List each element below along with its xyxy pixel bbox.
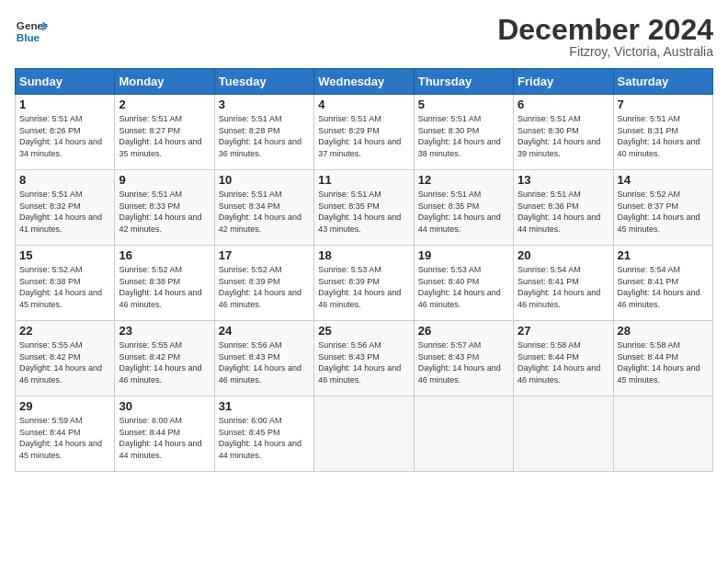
calendar-week-row: 29 Sunrise: 5:59 AMSunset: 8:44 PMDaylig… — [16, 396, 713, 472]
table-row: 8 Sunrise: 5:51 AMSunset: 8:32 PMDayligh… — [16, 170, 115, 246]
table-row: 12 Sunrise: 5:51 AMSunset: 8:35 PMDaylig… — [414, 170, 513, 246]
table-row: 1 Sunrise: 5:51 AMSunset: 8:26 PMDayligh… — [16, 95, 115, 170]
col-wednesday: Wednesday — [314, 69, 414, 95]
table-row: 31 Sunrise: 6:00 AMSunset: 8:45 PMDaylig… — [214, 396, 313, 472]
day-number: 4 — [318, 98, 409, 111]
col-monday: Monday — [115, 69, 214, 95]
day-info: Sunrise: 5:52 AMSunset: 8:37 PMDaylight:… — [618, 189, 709, 235]
day-number: 16 — [119, 248, 210, 262]
table-row — [414, 396, 513, 472]
table-row: 21 Sunrise: 5:54 AMSunset: 8:41 PMDaylig… — [613, 246, 712, 321]
table-row: 4 Sunrise: 5:51 AMSunset: 8:29 PMDayligh… — [314, 95, 414, 170]
day-info: Sunrise: 5:54 AMSunset: 8:41 PMDaylight:… — [618, 264, 709, 310]
table-row: 24 Sunrise: 5:56 AMSunset: 8:43 PMDaylig… — [214, 321, 313, 396]
table-row: 6 Sunrise: 5:51 AMSunset: 8:30 PMDayligh… — [514, 95, 613, 170]
day-info: Sunrise: 5:51 AMSunset: 8:28 PMDaylight:… — [219, 113, 310, 159]
day-number: 19 — [418, 248, 509, 262]
day-info: Sunrise: 5:51 AMSunset: 8:36 PMDaylight:… — [518, 189, 609, 235]
month-title: December 2024 — [497, 15, 713, 44]
table-row: 13 Sunrise: 5:51 AMSunset: 8:36 PMDaylig… — [514, 170, 613, 246]
table-row: 22 Sunrise: 5:55 AMSunset: 8:42 PMDaylig… — [16, 321, 115, 396]
day-number: 3 — [219, 98, 310, 111]
table-row: 15 Sunrise: 5:52 AMSunset: 8:38 PMDaylig… — [16, 246, 115, 321]
header: General Blue December 2024 Fitzroy, Vict… — [15, 15, 713, 59]
day-number: 25 — [318, 324, 409, 338]
table-row: 5 Sunrise: 5:51 AMSunset: 8:30 PMDayligh… — [414, 95, 513, 170]
day-number: 23 — [119, 324, 210, 338]
day-number: 11 — [318, 173, 409, 187]
day-number: 1 — [19, 98, 110, 111]
calendar-week-row: 15 Sunrise: 5:52 AMSunset: 8:38 PMDaylig… — [16, 246, 713, 321]
table-row: 10 Sunrise: 5:51 AMSunset: 8:34 PMDaylig… — [214, 170, 313, 246]
day-info: Sunrise: 5:58 AMSunset: 8:44 PMDaylight:… — [518, 339, 609, 385]
day-number: 20 — [518, 248, 609, 262]
svg-text:Blue: Blue — [17, 31, 40, 43]
day-info: Sunrise: 6:00 AMSunset: 8:45 PMDaylight:… — [219, 415, 310, 461]
day-number: 24 — [219, 324, 310, 338]
day-number: 13 — [518, 173, 609, 187]
day-info: Sunrise: 5:57 AMSunset: 8:43 PMDaylight:… — [418, 339, 509, 385]
day-number: 31 — [219, 399, 310, 413]
day-info: Sunrise: 5:51 AMSunset: 8:35 PMDaylight:… — [318, 189, 409, 235]
day-info: Sunrise: 5:51 AMSunset: 8:33 PMDaylight:… — [119, 189, 210, 235]
table-row: 14 Sunrise: 5:52 AMSunset: 8:37 PMDaylig… — [613, 170, 712, 246]
day-number: 7 — [618, 98, 709, 111]
day-number: 22 — [19, 324, 110, 338]
day-info: Sunrise: 6:00 AMSunset: 8:44 PMDaylight:… — [119, 415, 210, 461]
day-info: Sunrise: 5:52 AMSunset: 8:38 PMDaylight:… — [19, 264, 110, 310]
col-saturday: Saturday — [613, 69, 712, 95]
day-info: Sunrise: 5:59 AMSunset: 8:44 PMDaylight:… — [19, 415, 110, 461]
col-friday: Friday — [514, 69, 613, 95]
day-info: Sunrise: 5:51 AMSunset: 8:30 PMDaylight:… — [418, 113, 509, 159]
day-number: 2 — [119, 98, 210, 111]
table-row: 7 Sunrise: 5:51 AMSunset: 8:31 PMDayligh… — [613, 95, 712, 170]
table-row: 18 Sunrise: 5:53 AMSunset: 8:39 PMDaylig… — [314, 246, 414, 321]
table-row: 3 Sunrise: 5:51 AMSunset: 8:28 PMDayligh… — [214, 95, 313, 170]
col-sunday: Sunday — [16, 69, 115, 95]
day-number: 28 — [618, 324, 709, 338]
day-info: Sunrise: 5:51 AMSunset: 8:26 PMDaylight:… — [19, 113, 110, 159]
table-row: 19 Sunrise: 5:53 AMSunset: 8:40 PMDaylig… — [414, 246, 513, 321]
table-row: 26 Sunrise: 5:57 AMSunset: 8:43 PMDaylig… — [414, 321, 513, 396]
col-tuesday: Tuesday — [214, 69, 313, 95]
day-info: Sunrise: 5:56 AMSunset: 8:43 PMDaylight:… — [219, 339, 310, 385]
day-info: Sunrise: 5:58 AMSunset: 8:44 PMDaylight:… — [618, 339, 709, 385]
day-info: Sunrise: 5:53 AMSunset: 8:40 PMDaylight:… — [418, 264, 509, 310]
day-number: 9 — [119, 173, 210, 187]
day-info: Sunrise: 5:51 AMSunset: 8:27 PMDaylight:… — [119, 113, 210, 159]
header-row: Sunday Monday Tuesday Wednesday Thursday… — [16, 69, 713, 95]
day-number: 29 — [19, 399, 110, 413]
day-number: 6 — [518, 98, 609, 111]
day-info: Sunrise: 5:51 AMSunset: 8:29 PMDaylight:… — [318, 113, 409, 159]
table-row: 25 Sunrise: 5:56 AMSunset: 8:43 PMDaylig… — [314, 321, 414, 396]
page-container: General Blue December 2024 Fitzroy, Vict… — [0, 0, 728, 479]
day-info: Sunrise: 5:54 AMSunset: 8:41 PMDaylight:… — [518, 264, 609, 310]
day-info: Sunrise: 5:51 AMSunset: 8:32 PMDaylight:… — [19, 189, 110, 235]
day-number: 21 — [618, 248, 709, 262]
day-info: Sunrise: 5:55 AMSunset: 8:42 PMDaylight:… — [19, 339, 110, 385]
day-info: Sunrise: 5:56 AMSunset: 8:43 PMDaylight:… — [318, 339, 409, 385]
table-row: 9 Sunrise: 5:51 AMSunset: 8:33 PMDayligh… — [115, 170, 214, 246]
table-row: 16 Sunrise: 5:52 AMSunset: 8:38 PMDaylig… — [115, 246, 214, 321]
table-row: 2 Sunrise: 5:51 AMSunset: 8:27 PMDayligh… — [115, 95, 214, 170]
table-row: 17 Sunrise: 5:52 AMSunset: 8:39 PMDaylig… — [214, 246, 313, 321]
day-info: Sunrise: 5:51 AMSunset: 8:34 PMDaylight:… — [219, 189, 310, 235]
day-number: 10 — [219, 173, 310, 187]
day-info: Sunrise: 5:51 AMSunset: 8:30 PMDaylight:… — [518, 113, 609, 159]
day-info: Sunrise: 5:51 AMSunset: 8:31 PMDaylight:… — [618, 113, 709, 159]
day-number: 12 — [418, 173, 509, 187]
day-number: 18 — [318, 248, 409, 262]
day-number: 27 — [518, 324, 609, 338]
table-row: 30 Sunrise: 6:00 AMSunset: 8:44 PMDaylig… — [115, 396, 214, 472]
table-row — [613, 396, 712, 472]
logo-icon: General Blue — [15, 15, 48, 48]
day-number: 8 — [19, 173, 110, 187]
table-row — [314, 396, 414, 472]
col-thursday: Thursday — [414, 69, 513, 95]
table-row: 23 Sunrise: 5:55 AMSunset: 8:42 PMDaylig… — [115, 321, 214, 396]
day-info: Sunrise: 5:51 AMSunset: 8:35 PMDaylight:… — [418, 189, 509, 235]
day-info: Sunrise: 5:55 AMSunset: 8:42 PMDaylight:… — [119, 339, 210, 385]
day-info: Sunrise: 5:52 AMSunset: 8:39 PMDaylight:… — [219, 264, 310, 310]
table-row: 27 Sunrise: 5:58 AMSunset: 8:44 PMDaylig… — [514, 321, 613, 396]
table-row: 20 Sunrise: 5:54 AMSunset: 8:41 PMDaylig… — [514, 246, 613, 321]
